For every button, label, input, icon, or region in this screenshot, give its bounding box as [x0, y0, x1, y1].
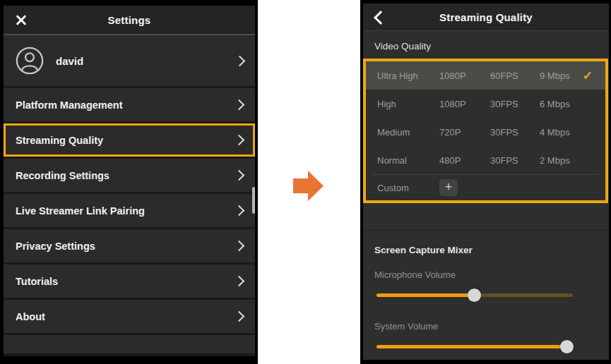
quality-option-high[interactable]: High 1080P 30FPS 6 Mbps [366, 90, 605, 118]
sidebar-item-live-streamer-link-pairing[interactable]: Live Streamer Link Pairing [4, 194, 255, 227]
quality-name: Normal [377, 155, 439, 166]
settings-screen-body: Settings david Platform Management Strea… [4, 6, 255, 356]
menu-item-label: Streaming Quality [16, 135, 103, 146]
custom-label: Custom [377, 183, 439, 193]
section-gap [363, 203, 609, 231]
settings-title: Settings [108, 14, 151, 26]
system-volume-slider[interactable] [376, 339, 573, 354]
quality-name: Ultra High [377, 71, 439, 81]
quality-resolution: 720P [439, 127, 490, 138]
screen-capture-mixer-section: Screen Capture Mixer Microphone Volume S… [363, 231, 609, 354]
chevron-right-icon [234, 276, 245, 287]
sidebar-item-recording-settings[interactable]: Recording Settings [4, 159, 255, 192]
chevron-right-icon [234, 170, 245, 181]
streaming-quality-title: Streaming Quality [439, 11, 533, 23]
quality-fps: 30FPS [490, 127, 540, 138]
slider-thumb[interactable] [560, 340, 574, 353]
chevron-right-icon [234, 241, 245, 252]
quality-option-medium[interactable]: Medium 720P 30FPS 4 Mbps [366, 118, 605, 146]
video-quality-table: Ultra High 1080P 60FPS 9 Mbps ✓ High 108… [363, 59, 608, 203]
sidebar-item-platform-management[interactable]: Platform Management [4, 88, 255, 121]
chevron-right-icon [235, 55, 246, 66]
slider-thumb[interactable] [468, 289, 481, 302]
check-icon: ✓ [583, 68, 605, 83]
chevron-right-icon [234, 311, 245, 322]
quality-name: High [377, 99, 439, 109]
quality-resolution: 480P [439, 155, 490, 166]
microphone-volume-slider[interactable] [376, 288, 573, 303]
menu-item-label: About [16, 311, 45, 322]
menu-item-label: Privacy Settings [16, 241, 95, 252]
scrollbar-thumb[interactable] [252, 187, 255, 214]
user-name: david [56, 55, 83, 67]
streaming-quality-body: Streaming Quality Video Quality Ultra Hi… [363, 4, 609, 360]
quality-bitrate: 9 Mbps [540, 71, 583, 81]
sidebar-item-about[interactable]: About [4, 300, 255, 333]
quality-resolution: 1080P [439, 99, 490, 109]
menu-item-label: Live Streamer Link Pairing [16, 205, 145, 217]
settings-screen: Settings david Platform Management Strea… [0, 0, 258, 364]
close-icon[interactable] [15, 13, 28, 26]
streaming-quality-header: Streaming Quality [363, 4, 609, 31]
video-quality-section-label: Video Quality [363, 31, 609, 59]
quality-fps: 30FPS [490, 155, 540, 166]
user-profile-row[interactable]: david [4, 35, 255, 86]
quality-option-normal[interactable]: Normal 480P 30FPS 2 Mbps [366, 146, 605, 174]
quality-bitrate: 6 Mbps [540, 99, 605, 109]
menu-item-label: Tutorials [16, 276, 58, 287]
partial-row [4, 335, 255, 353]
chevron-right-icon [234, 205, 245, 217]
back-icon[interactable] [374, 11, 388, 25]
quality-name: Medium [377, 127, 439, 138]
slider-fill [376, 293, 475, 297]
flow-arrow-icon [293, 170, 324, 202]
sidebar-item-streaming-quality[interactable]: Streaming Quality [4, 123, 255, 157]
mixer-section-label: Screen Capture Mixer [374, 245, 598, 255]
user-avatar-icon [15, 46, 45, 75]
quality-fps: 30FPS [490, 99, 540, 109]
settings-header: Settings [4, 6, 255, 35]
sidebar-item-privacy-settings[interactable]: Privacy Settings [4, 229, 255, 262]
slider-fill [376, 345, 567, 348]
menu-item-label: Platform Management [16, 99, 122, 111]
chevron-right-icon [234, 99, 245, 111]
streaming-quality-screen: Streaming Quality Video Quality Ultra Hi… [360, 0, 611, 364]
chevron-right-icon [234, 135, 245, 146]
quality-resolution: 1080P [439, 71, 490, 81]
add-custom-quality-button[interactable]: + [439, 179, 458, 196]
quality-bitrate: 2 Mbps [540, 155, 605, 166]
quality-option-ultra-high[interactable]: Ultra High 1080P 60FPS 9 Mbps ✓ [366, 61, 605, 90]
microphone-volume-label: Microphone Volume [374, 269, 598, 280]
menu-item-label: Recording Settings [16, 170, 109, 181]
quality-option-custom: Custom + [366, 175, 605, 200]
sidebar-item-tutorials[interactable]: Tutorials [4, 265, 255, 298]
system-volume-label: System Volume [374, 321, 598, 332]
quality-fps: 60FPS [490, 71, 540, 81]
quality-bitrate: 4 Mbps [540, 127, 605, 138]
